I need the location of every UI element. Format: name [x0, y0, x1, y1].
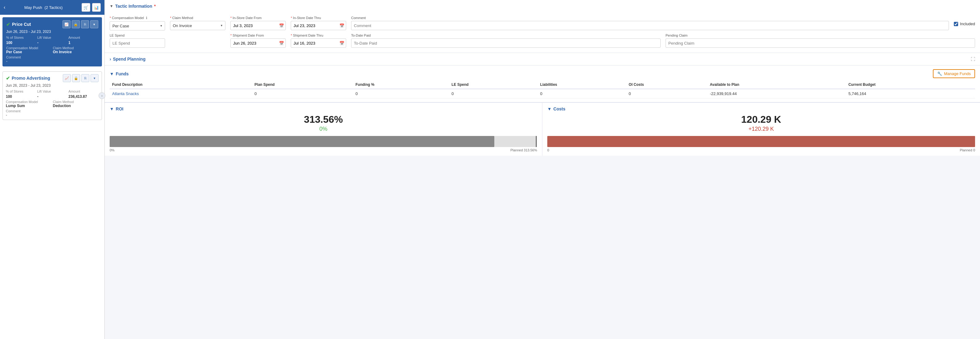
col-fund-desc: Fund Description	[110, 81, 252, 89]
manage-funds-button[interactable]: 🔧 Manage Funds	[933, 69, 975, 78]
tactic2-claim-method-val: Deduction	[53, 104, 99, 108]
tactic2-expand-arrow[interactable]: ›	[99, 92, 105, 99]
col-funding-pct: Funding %	[353, 81, 449, 89]
funds-header: ▼ Funds 🔧 Manage Funds	[105, 65, 980, 81]
funds-table-wrap: Fund Description Plan Spend Funding % LE…	[105, 81, 980, 102]
tactic1-lock-btn[interactable]: 🔒	[72, 20, 80, 28]
shipment-from-calendar-icon[interactable]: 📅	[279, 41, 284, 46]
in-store-from-wrap: Jul 3, 2023 📅	[231, 21, 286, 30]
in-store-thru-input[interactable]: Jul 23, 2023	[291, 21, 346, 30]
claim-method-field: * Claim Method On Invoice Deduction Chec…	[170, 16, 226, 30]
roi-sub-value: 0%	[110, 126, 537, 132]
tactic2-dates: Jun 26, 2023 - Jul 23, 2023	[6, 83, 99, 88]
fund-name[interactable]: Atlanta Snacks	[110, 89, 252, 98]
costs-bar-labels: 0 Planned 0	[547, 148, 975, 152]
funds-title[interactable]: ▼ Funds	[110, 71, 129, 76]
roi-panel: ▼ ROI 313.56% 0% 0% Planned 313.56%	[105, 103, 542, 156]
tactic1-model-row: Compensation Model Per Case Claim Method…	[6, 46, 98, 54]
shipment-thru-input[interactable]: Jul 16, 2023	[291, 38, 346, 48]
spend-planning-expand-icon[interactable]: ⛶	[971, 57, 975, 62]
cart-icon-btn[interactable]: 🛒	[82, 3, 90, 12]
in-store-from-calendar-icon[interactable]: 📅	[279, 24, 284, 28]
funds-table-head: Fund Description Plan Spend Funding % LE…	[110, 81, 975, 89]
tactic2-chart-btn[interactable]: 📈	[63, 74, 71, 82]
tactic1-header: ✔ Price Cut 📈 🔒 ⎘ ▾	[6, 20, 98, 28]
pending-claim-label: Pending Claim	[665, 33, 975, 37]
tactic1-dropdown-btn[interactable]: ▾	[90, 20, 98, 28]
tactic1-pct-stores-val: 100	[6, 41, 36, 45]
tactic1-dates: Jun 26, 2023 - Jul 23, 2023	[6, 30, 98, 34]
costs-panel: ▼ Costs 120.29 K +120.29 K 0 Planned 0	[542, 103, 980, 156]
costs-bar-start: 0	[547, 148, 549, 152]
tactic2-amount-val: 236,413.87	[68, 94, 99, 99]
to-date-paid-input[interactable]	[351, 38, 660, 48]
in-store-from-field: * In-Store Date From Jul 3, 2023 📅	[231, 16, 286, 30]
funds-chevron: ▼	[110, 71, 114, 76]
costs-value: 120.29 K	[547, 114, 975, 125]
tactic2-copy-btn[interactable]: ⎘	[81, 74, 89, 82]
tactic2-grid: % of Stores Lift Value Amount 100 - 236,…	[6, 90, 99, 99]
roi-bar-start: 0%	[110, 148, 115, 152]
comp-model-field: * Compensation Model ℹ Per Case Lump Sum…	[110, 16, 165, 30]
roi-bar-end: Planned 313.56%	[510, 148, 537, 152]
col-plan-spend: Plan Spend	[252, 81, 353, 89]
info-icon: ℹ	[146, 16, 147, 20]
costs-bar-fill	[547, 136, 975, 147]
shipment-from-input[interactable]: Jun 26, 2023	[231, 38, 286, 48]
roi-bar-container	[110, 136, 537, 147]
tactic1-grid: % of Stores Lift Value Amount 100 - 1	[6, 36, 98, 45]
table-row: Atlanta Snacks 0 0 0 0 0 -22,939,919.44 …	[110, 89, 975, 98]
tactic-info-required: *	[154, 4, 156, 9]
col-available: Available to Plan	[708, 81, 846, 89]
tactic1-lift-label: Lift Value	[37, 36, 67, 40]
in-store-thru-calendar-icon[interactable]: 📅	[339, 24, 344, 28]
comment-input[interactable]	[351, 21, 949, 30]
fund-funding-pct: 0	[353, 89, 449, 98]
tactic1-copy-btn[interactable]: ⎘	[81, 20, 89, 28]
shipment-thru-calendar-icon[interactable]: 📅	[339, 41, 344, 46]
tactic2-lock-btn[interactable]: 🔒	[72, 74, 80, 82]
fund-available: -22,939,919.44	[708, 89, 846, 98]
tactic2-header: ✔ Promo Advertising 📈 🔒 ⎘ ▾	[6, 74, 99, 82]
le-spend-field: LE Spend	[110, 33, 165, 48]
tactic2-lift-val: -	[37, 94, 67, 99]
tactic-card-price-cut[interactable]: ✔ Price Cut 📈 🔒 ⎘ ▾ Jun 26, 2023 - Jul 2…	[2, 17, 102, 67]
sidebar-header: ‹ May Push (2 Tactics) 🛒 📊	[0, 0, 104, 15]
tactic2-amount-label: Amount	[68, 90, 99, 93]
shipment-from-wrap: Jun 26, 2023 📅	[231, 38, 286, 48]
in-store-from-input[interactable]: Jul 3, 2023	[231, 21, 286, 30]
tactic-info-header[interactable]: ▼ Tactic Information *	[105, 0, 980, 12]
costs-chevron: ▼	[547, 106, 552, 111]
tactic2-claim-method-label: Claim Method	[53, 100, 99, 104]
tactic-card-promo[interactable]: ✔ Promo Advertising 📈 🔒 ⎘ ▾ Jun 26, 2023…	[2, 71, 102, 120]
costs-sub-value: +120.29 K	[547, 126, 975, 132]
comp-model-select-wrap: Per Case Lump Sum Off Invoice	[110, 21, 165, 30]
tactic-info-section: ▼ Tactic Information * * Compensation Mo…	[105, 0, 980, 53]
tactic1-comp-model-label: Compensation Model	[6, 46, 52, 50]
roi-title-text: ROI	[116, 106, 124, 111]
shipment-from-label: * Shipment Date From	[231, 33, 286, 37]
sidebar-collapse-btn[interactable]: ‹	[4, 5, 5, 10]
tactic2-dropdown-btn[interactable]: ▾	[91, 74, 99, 82]
claim-method-select[interactable]: On Invoice Deduction Check Request	[170, 21, 226, 30]
chart-icon-btn[interactable]: 📊	[92, 3, 101, 12]
manage-funds-label: Manage Funds	[944, 71, 971, 76]
spend-planning-header[interactable]: › Spend Planning ⛶	[105, 53, 980, 65]
included-checkbox[interactable]	[954, 22, 958, 26]
comment-field: Comment	[351, 16, 949, 30]
shipment-from-field: * Shipment Date From Jun 26, 2023 📅	[231, 33, 286, 48]
tactic1-pct-stores-label: % of Stores	[6, 36, 36, 40]
fund-liabilities: 0	[538, 89, 627, 98]
tactic1-chart-btn[interactable]: 📈	[62, 20, 70, 28]
roi-title[interactable]: ▼ ROI	[110, 106, 537, 111]
roi-bar-marker	[536, 136, 536, 147]
shipment-thru-label: * Shipment Date Thru	[291, 33, 346, 37]
tactic2-pct-stores-label: % of Stores	[6, 90, 36, 93]
fund-le-spend: 0	[449, 89, 538, 98]
pending-claim-input[interactable]	[665, 38, 975, 48]
comp-model-select[interactable]: Per Case Lump Sum Off Invoice	[110, 21, 165, 30]
funds-section: ▼ Funds 🔧 Manage Funds Fund Description …	[105, 65, 980, 103]
funds-table-header-row: Fund Description Plan Spend Funding % LE…	[110, 81, 975, 89]
le-spend-input[interactable]	[110, 38, 165, 48]
costs-title[interactable]: ▼ Costs	[547, 106, 975, 111]
